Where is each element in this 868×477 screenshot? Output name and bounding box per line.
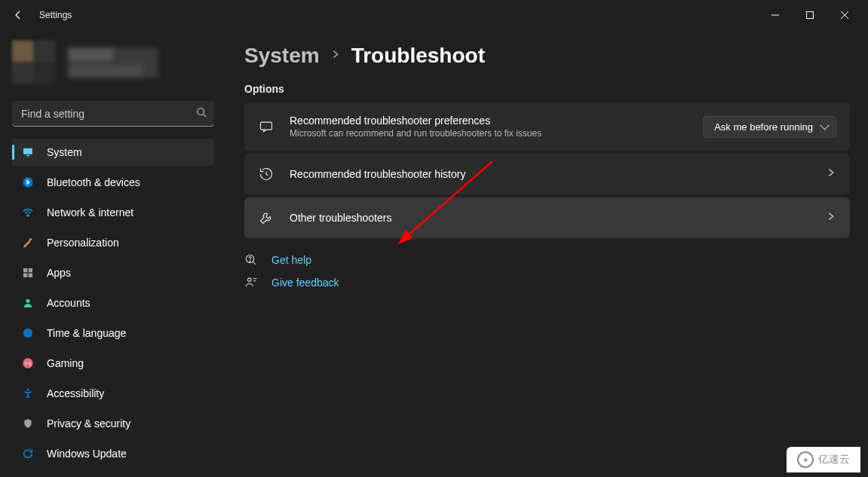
sidebar-item-time-language[interactable]: Time & language	[12, 320, 214, 347]
shield-icon	[21, 417, 35, 430]
sidebar-item-system[interactable]: System	[12, 139, 214, 166]
gaming-icon	[21, 356, 35, 370]
prefs-dropdown[interactable]: Ask me before running	[703, 116, 836, 138]
card-title: Recommended troubleshooter preferences	[290, 115, 688, 127]
watermark: ✦ 亿速云	[787, 447, 860, 472]
svg-rect-8	[29, 268, 32, 272]
close-icon	[841, 11, 848, 19]
sidebar-item-label: Time & language	[47, 327, 126, 339]
svg-point-1	[198, 109, 204, 115]
feedback-icon	[244, 276, 258, 289]
help-link-label: Get help	[271, 254, 311, 266]
bluetooth-icon	[21, 176, 35, 189]
accessibility-icon	[21, 387, 35, 400]
sidebar-item-gaming[interactable]: Gaming	[12, 350, 214, 377]
window-title: Settings	[39, 10, 72, 20]
card-title: Other troubleshooters	[290, 212, 811, 224]
sidebar-item-label: Network & internet	[47, 206, 133, 219]
user-name-placeholder	[68, 47, 158, 78]
card-troubleshooter-history[interactable]: Recommended troubleshooter history	[244, 154, 850, 194]
person-icon	[21, 296, 35, 310]
svg-point-5	[27, 215, 29, 216]
svg-rect-0	[807, 12, 814, 19]
sidebar-item-label: Accounts	[47, 297, 90, 309]
minimize-icon	[771, 11, 779, 19]
svg-rect-2	[23, 148, 32, 154]
card-subtitle: Microsoft can recommend and run troubles…	[290, 128, 688, 139]
svg-point-17	[250, 261, 250, 262]
clock-icon	[21, 326, 35, 340]
card-recommended-prefs[interactable]: Recommended troubleshooter preferences M…	[244, 102, 850, 151]
sidebar-item-label: Gaming	[47, 357, 84, 369]
search-icon	[196, 107, 207, 121]
svg-point-14	[27, 389, 29, 391]
user-profile[interactable]	[6, 38, 220, 98]
chevron-right-icon	[826, 167, 836, 181]
sidebar-item-accounts[interactable]: Accounts	[12, 289, 214, 316]
sidebar-item-label: Accessibility	[47, 387, 104, 399]
arrow-left-icon	[12, 9, 24, 21]
sidebar-item-label: Windows Update	[47, 448, 127, 460]
feedback-link-label: Give feedback	[271, 277, 339, 289]
brush-icon	[21, 236, 35, 249]
svg-rect-15	[261, 122, 272, 130]
card-other-troubleshooters[interactable]: Other troubleshooters	[244, 197, 850, 238]
chevron-right-icon	[826, 211, 836, 225]
help-icon	[244, 253, 258, 267]
back-button[interactable]	[6, 3, 30, 27]
svg-rect-6	[29, 238, 32, 242]
svg-rect-9	[23, 274, 27, 277]
avatar	[12, 41, 56, 84]
card-title: Recommended troubleshooter history	[290, 168, 811, 180]
wrench-icon	[258, 209, 275, 226]
sidebar-item-personalization[interactable]: Personalization	[12, 229, 214, 256]
close-button[interactable]	[827, 3, 862, 27]
get-help-link[interactable]: Get help	[244, 253, 850, 267]
sidebar-item-bluetooth-devices[interactable]: Bluetooth & devices	[12, 169, 214, 196]
search-input[interactable]	[12, 101, 214, 127]
sidebar-item-privacy-security[interactable]: Privacy & security	[12, 410, 214, 437]
monitor-icon	[21, 145, 35, 159]
maximize-icon	[806, 11, 814, 19]
breadcrumb: System Troubleshoot	[244, 44, 850, 68]
svg-rect-3	[26, 155, 29, 156]
sidebar-item-label: Bluetooth & devices	[47, 176, 140, 188]
maximize-button[interactable]	[793, 3, 827, 27]
page-title: Troubleshoot	[351, 44, 485, 68]
sidebar-item-network-internet[interactable]: Network & internet	[12, 199, 214, 226]
give-feedback-link[interactable]: Give feedback	[244, 276, 850, 289]
svg-point-18	[248, 278, 252, 282]
breadcrumb-root[interactable]: System	[244, 44, 320, 68]
sidebar-item-accessibility[interactable]: Accessibility	[12, 380, 214, 407]
svg-rect-7	[23, 268, 27, 272]
sidebar-item-label: System	[47, 146, 82, 158]
wifi-icon	[21, 206, 35, 219]
minimize-button[interactable]	[758, 3, 793, 27]
update-icon	[21, 447, 35, 460]
chat-icon	[258, 118, 275, 135]
svg-point-13	[23, 358, 32, 368]
sidebar-item-windows-update[interactable]: Windows Update	[12, 440, 214, 467]
apps-icon	[21, 266, 35, 280]
chevron-right-icon	[330, 49, 341, 63]
svg-rect-10	[29, 274, 32, 277]
section-label: Options	[244, 83, 850, 95]
svg-point-4	[23, 177, 32, 187]
svg-point-11	[26, 299, 29, 303]
history-icon	[258, 166, 275, 182]
sidebar-item-apps[interactable]: Apps	[12, 259, 214, 286]
sidebar-item-label: Personalization	[47, 237, 119, 249]
sidebar-item-label: Privacy & security	[47, 417, 130, 430]
sidebar-item-label: Apps	[47, 267, 71, 279]
